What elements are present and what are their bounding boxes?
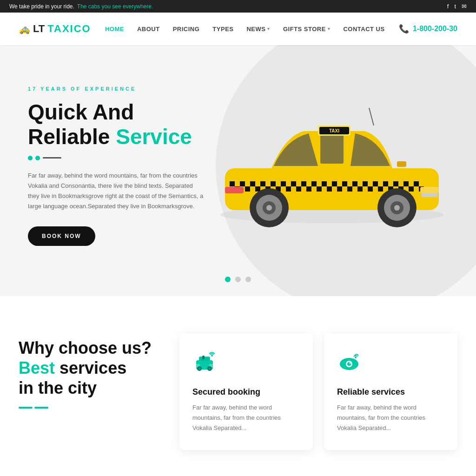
svg-rect-39 bbox=[368, 186, 373, 192]
svg-rect-13 bbox=[291, 181, 296, 186]
slider-dot-2[interactable] bbox=[235, 277, 241, 282]
svg-rect-15 bbox=[311, 181, 317, 186]
logo[interactable]: 🚕 LT TAXICO bbox=[19, 23, 91, 35]
features-title-line3: services bbox=[60, 358, 126, 377]
svg-rect-20 bbox=[363, 181, 368, 186]
nav-gifts-store[interactable]: GIFTS STORE ▾ bbox=[283, 26, 330, 33]
hero-title-accent: Service bbox=[116, 125, 192, 149]
svg-rect-19 bbox=[352, 181, 357, 186]
features-divider bbox=[19, 407, 152, 409]
divider-dot1 bbox=[28, 156, 33, 160]
svg-point-66 bbox=[198, 368, 201, 370]
svg-rect-63 bbox=[205, 358, 209, 361]
svg-rect-9 bbox=[250, 181, 255, 186]
slider-dots bbox=[225, 277, 251, 282]
svg-text:TAXI: TAXI bbox=[329, 128, 339, 133]
facebook-icon[interactable]: f bbox=[447, 3, 449, 10]
top-bar: We take pride in your ride. The cabs you… bbox=[0, 0, 476, 13]
feature-desc-reliable: Far far away, behind the word mountains,… bbox=[337, 403, 444, 433]
svg-line-57 bbox=[369, 108, 374, 126]
logo-lt: LT bbox=[33, 23, 45, 35]
hero-section: 17 YEARS OF EXPERIENCE Quick And Reliabl… bbox=[0, 45, 476, 296]
feature-card-secured-booking: Secured booking Far far away, behind the… bbox=[179, 333, 313, 450]
hero-content: 17 YEARS OF EXPERIENCE Quick And Reliabl… bbox=[28, 86, 205, 246]
svg-rect-56 bbox=[397, 161, 406, 167]
svg-rect-37 bbox=[347, 186, 352, 192]
svg-rect-23 bbox=[393, 181, 398, 186]
feature-title-reliable: Reliable services bbox=[337, 387, 444, 397]
slider-dot-1[interactable] bbox=[225, 277, 231, 282]
features-title-line4: in the city bbox=[19, 378, 97, 397]
svg-rect-24 bbox=[403, 181, 409, 186]
nav-contact-us[interactable]: CONTACT US bbox=[343, 26, 384, 33]
chevron-down-icon: ▾ bbox=[267, 26, 270, 31]
svg-rect-12 bbox=[281, 181, 286, 186]
features-title-line1: Why choose us? bbox=[19, 338, 152, 357]
nav-types[interactable]: TYPES bbox=[212, 26, 233, 33]
svg-point-69 bbox=[211, 355, 213, 357]
chevron-down-icon-gifts: ▾ bbox=[328, 26, 331, 31]
nav-about[interactable]: ABOUT bbox=[137, 26, 160, 33]
svg-rect-54 bbox=[421, 193, 438, 197]
hero-divider bbox=[28, 156, 205, 160]
features-divider-line2 bbox=[34, 407, 48, 409]
main-nav: HOME ABOUT PRICING TYPES NEWS ▾ GIFTS ST… bbox=[105, 26, 385, 33]
phone-icon: 📞 bbox=[399, 24, 409, 34]
hero-experience-label: 17 YEARS OF EXPERIENCE bbox=[28, 86, 205, 92]
features-grid: Secured booking Far far away, behind the… bbox=[179, 333, 457, 450]
twitter-icon[interactable]: t bbox=[454, 3, 456, 10]
hero-title-line1: Quick And bbox=[28, 100, 134, 124]
svg-rect-31 bbox=[286, 186, 291, 192]
svg-rect-11 bbox=[271, 181, 276, 186]
features-section: Why choose us? Best services in the city bbox=[0, 296, 476, 476]
top-bar-social-icons: f t ✉ bbox=[447, 3, 467, 10]
svg-rect-27 bbox=[245, 186, 250, 192]
svg-rect-18 bbox=[342, 181, 347, 186]
svg-rect-25 bbox=[414, 181, 419, 186]
slider-dot-3[interactable] bbox=[245, 277, 251, 282]
hero-car-illustration: TAXI bbox=[197, 71, 467, 240]
feature-desc-secured: Far far away, behind the word mountains,… bbox=[192, 403, 300, 433]
hero-description: Far far away, behind the word mountains,… bbox=[28, 171, 205, 212]
taxi-svg: TAXI bbox=[197, 71, 467, 238]
svg-point-74 bbox=[355, 357, 357, 358]
book-now-button[interactable]: BOOK NOW bbox=[28, 226, 95, 246]
svg-point-68 bbox=[209, 368, 211, 370]
nav-pricing[interactable]: PRICING bbox=[173, 26, 200, 33]
hero-title-line2-normal: Reliable bbox=[28, 125, 110, 149]
svg-rect-53 bbox=[420, 187, 439, 193]
divider-line bbox=[43, 157, 61, 159]
svg-point-48 bbox=[394, 205, 400, 211]
feature-card-reliable: Reliable services Far far away, behind t… bbox=[324, 333, 457, 450]
svg-rect-33 bbox=[306, 186, 311, 192]
top-bar-text-highlight: The cabs you see everywhere. bbox=[77, 3, 153, 10]
nav-news[interactable]: NEWS ▾ bbox=[246, 26, 270, 33]
header: 🚕 LT TAXICO HOME ABOUT PRICING TYPES NEW… bbox=[0, 13, 476, 45]
features-title: Why choose us? Best services in the city bbox=[19, 338, 152, 398]
svg-rect-7 bbox=[230, 181, 235, 186]
email-icon[interactable]: ✉ bbox=[462, 3, 467, 10]
header-phone[interactable]: 📞 1-800-200-30 bbox=[399, 24, 457, 34]
hero-title: Quick And Reliable Service bbox=[28, 100, 205, 149]
svg-rect-21 bbox=[373, 181, 378, 186]
svg-rect-55 bbox=[225, 187, 244, 193]
features-title-accent: Best bbox=[19, 358, 55, 377]
svg-rect-35 bbox=[327, 186, 332, 192]
svg-rect-36 bbox=[337, 186, 342, 192]
svg-rect-22 bbox=[383, 181, 388, 186]
top-bar-text-prefix: We take pride in your ride. bbox=[9, 3, 74, 10]
svg-rect-34 bbox=[317, 186, 322, 192]
svg-rect-14 bbox=[301, 181, 306, 186]
svg-rect-2 bbox=[320, 135, 344, 164]
taxi-booking-icon bbox=[192, 350, 300, 379]
svg-rect-40 bbox=[378, 186, 383, 192]
svg-rect-38 bbox=[357, 186, 363, 192]
svg-point-52 bbox=[266, 205, 272, 211]
svg-rect-16 bbox=[322, 181, 327, 186]
svg-rect-43 bbox=[409, 186, 414, 192]
top-bar-message: We take pride in your ride. The cabs you… bbox=[9, 3, 153, 10]
nav-home[interactable]: HOME bbox=[105, 26, 124, 33]
features-divider-line1 bbox=[19, 407, 33, 409]
phone-number: 1-800-200-30 bbox=[413, 25, 457, 33]
divider-dot2 bbox=[35, 156, 40, 160]
